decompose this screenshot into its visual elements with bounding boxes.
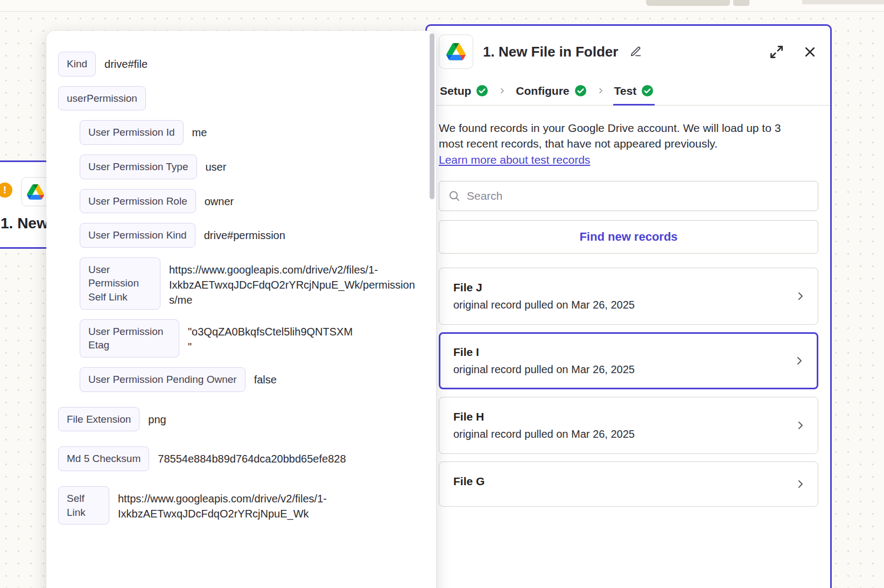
- tab-label: Test: [614, 85, 637, 97]
- field-pill[interactable]: Kind: [58, 52, 96, 76]
- chevron-right-icon: [795, 478, 806, 489]
- tab-configure[interactable]: Configure: [515, 76, 587, 105]
- toolbar-button-partial[interactable]: [733, 0, 749, 6]
- field-row: User Permission Role owner: [80, 189, 417, 214]
- record-subtitle: [453, 493, 788, 493]
- field-row: User Permission Etag "o3QqZA0BkqfsCtel5l…: [80, 319, 417, 358]
- search-icon: [448, 190, 460, 202]
- field-pill[interactable]: User Permission Self Link: [80, 257, 160, 310]
- field-pill[interactable]: User Permission Kind: [80, 223, 195, 248]
- edit-title-icon[interactable]: [630, 45, 644, 59]
- record-card[interactable]: File H original record pulled on Mar 26,…: [439, 397, 818, 454]
- record-title: File J: [453, 281, 788, 294]
- chevron-right-icon: [498, 87, 506, 95]
- records-list: File J original record pulled on Mar 26,…: [439, 268, 818, 507]
- find-new-records-button[interactable]: Find new records: [439, 220, 818, 254]
- google-drive-icon: [21, 177, 50, 206]
- field-row: User Permission Id me: [80, 120, 417, 145]
- field-row: User Permission Pending Owner false: [80, 367, 417, 392]
- test-records-description: We found records in your Google Drive ac…: [439, 121, 795, 152]
- field-pill[interactable]: User Permission Type: [80, 155, 197, 179]
- field-value: false: [254, 367, 417, 387]
- learn-more-link[interactable]: Learn more about test records: [439, 153, 590, 166]
- record-subtitle: original record pulled on Mar 26, 2025: [453, 363, 788, 376]
- record-card[interactable]: File I original record pulled on Mar 26,…: [439, 332, 818, 389]
- google-drive-icon: [439, 34, 473, 69]
- field-value: me: [192, 120, 417, 140]
- top-toolbar-strip: [0, 0, 884, 12]
- field-value: drive#permission: [204, 223, 417, 243]
- field-row: File Extension png: [58, 407, 417, 432]
- field-pill[interactable]: Md 5 Checksum: [58, 446, 149, 471]
- tab-label: Configure: [516, 85, 569, 97]
- field-pill[interactable]: User Permission Etag: [80, 319, 179, 358]
- record-title: File I: [453, 346, 788, 359]
- field-pill[interactable]: User Permission Pending Owner: [80, 367, 245, 392]
- record-title: File H: [453, 410, 788, 423]
- chevron-right-icon: [795, 419, 806, 431]
- field-value: png: [148, 407, 417, 427]
- chevron-right-icon: [795, 290, 806, 302]
- field-row: Kind drive#file: [58, 52, 417, 76]
- check-circle-icon: [476, 85, 488, 97]
- field-pill[interactable]: File Extension: [58, 407, 139, 432]
- record-card[interactable]: File J original record pulled on Mar 26,…: [439, 268, 818, 325]
- field-row: userPermission: [58, 86, 417, 111]
- field-row: User Permission Type user: [80, 155, 417, 179]
- record-subtitle: original record pulled on Mar 26, 2025: [453, 428, 788, 440]
- tab-test[interactable]: Test: [613, 76, 655, 105]
- field-row: Self Link https://www.googleapis.com/dri…: [58, 486, 417, 524]
- toolbar-button-partial[interactable]: [646, 0, 730, 6]
- field-value: drive#file: [104, 52, 417, 72]
- record-data-panel: Kind drive#file userPermission User Perm…: [46, 31, 436, 588]
- tab-label: Setup: [440, 85, 471, 97]
- field-value: owner: [205, 189, 417, 209]
- scrollbar-thumb[interactable]: [430, 33, 434, 199]
- field-value: "o3QqZA0BkqfsCtel5lih9QNTSXM": [188, 319, 355, 354]
- record-title: File G: [453, 475, 788, 488]
- field-row: Md 5 Checksum 78554e884b89d764dca20bbd65…: [58, 446, 417, 471]
- field-pill[interactable]: User Permission Role: [80, 189, 196, 214]
- search-box: [439, 181, 818, 211]
- step-tabs: Setup Configure Test: [427, 76, 830, 106]
- toolbar-panel-partial: [802, 0, 884, 4]
- record-subtitle: original record pulled on Mar 26, 2025: [453, 299, 788, 311]
- field-pill[interactable]: User Permission Id: [80, 120, 184, 145]
- check-circle-icon: [574, 85, 587, 97]
- field-row: User Permission Kind drive#permission: [80, 223, 417, 248]
- search-input[interactable]: [467, 190, 809, 202]
- step-panel-header: 1. New File in Folder: [427, 26, 830, 76]
- field-value: https://www.googleapis.com/drive/v2/file…: [169, 257, 417, 307]
- check-circle-icon: [641, 85, 654, 97]
- field-pill[interactable]: Self Link: [58, 486, 109, 524]
- field-value: https://www.googleapis.com/drive/v2/file…: [118, 486, 417, 521]
- chevron-right-icon: [597, 87, 605, 95]
- tab-setup[interactable]: Setup: [439, 76, 489, 105]
- warning-badge-icon: !: [0, 181, 13, 199]
- field-pill[interactable]: userPermission: [58, 86, 146, 111]
- chevron-right-icon: [794, 355, 805, 366]
- field-row: User Permission Self Link https://www.go…: [80, 257, 417, 310]
- field-value: user: [206, 155, 417, 174]
- expand-icon[interactable]: [769, 44, 784, 59]
- close-icon[interactable]: [802, 44, 817, 59]
- record-card[interactable]: File G: [439, 461, 818, 507]
- step-panel: 1. New File in Folder Setup Configure: [425, 24, 832, 588]
- field-value: [155, 86, 417, 91]
- field-value: 78554e884b89d764dca20bbd65efe828: [158, 446, 417, 466]
- step-title: 1. New File in Folder: [483, 44, 618, 60]
